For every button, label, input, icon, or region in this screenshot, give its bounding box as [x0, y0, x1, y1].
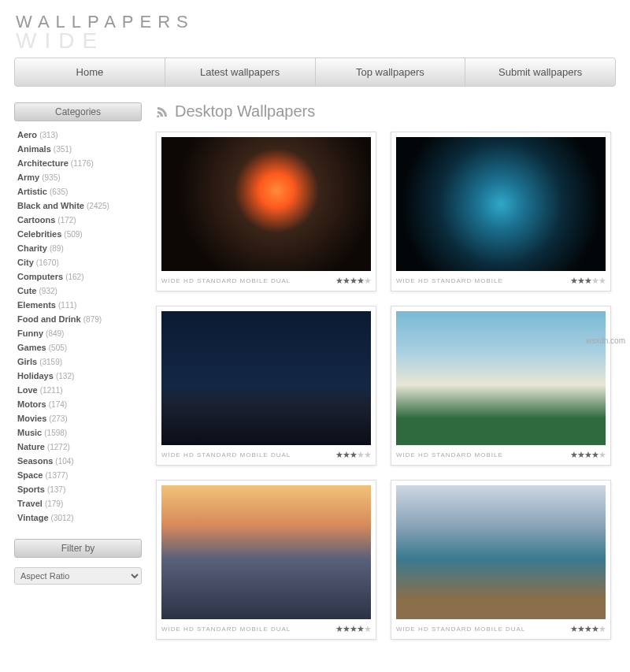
- category-item[interactable]: Love (1211): [17, 383, 139, 397]
- category-item[interactable]: Games (505): [17, 340, 139, 355]
- wallpaper-card[interactable]: WIDE HD STANDARD MOBILE★★★★★: [391, 306, 611, 466]
- category-count: (111): [58, 301, 76, 310]
- category-count: (162): [65, 273, 83, 281]
- category-name: Army: [17, 173, 39, 182]
- category-name: City: [17, 258, 34, 267]
- logo-bottom: WIDE: [16, 32, 614, 50]
- category-name: Animals: [17, 144, 51, 154]
- category-item[interactable]: Nature (1272): [17, 440, 139, 454]
- format-list: WIDE HD STANDARD MOBILE DUAL: [161, 451, 291, 459]
- category-item[interactable]: Space (1377): [17, 468, 139, 482]
- wallpaper-card[interactable]: WIDE HD STANDARD MOBILE DUAL★★★★★: [391, 480, 611, 640]
- category-item[interactable]: Cartoons (172): [17, 213, 139, 227]
- main-nav: Home Latest wallpapers Top wallpapers Su…: [14, 58, 616, 87]
- wallpaper-card[interactable]: WIDE HD STANDARD MOBILE★★★★★: [391, 132, 611, 291]
- category-item[interactable]: Music (1598): [17, 425, 139, 440]
- category-count: (635): [50, 187, 68, 196]
- category-name: Cute: [17, 286, 36, 295]
- wallpaper-thumbnail[interactable]: [396, 311, 606, 445]
- category-item[interactable]: Artistic (635): [17, 184, 139, 199]
- category-count: (509): [64, 230, 82, 239]
- category-item[interactable]: Charity (89): [17, 241, 139, 255]
- category-count: (849): [46, 329, 64, 338]
- category-name: Funny: [17, 329, 43, 338]
- rating-stars[interactable]: ★★★★★: [335, 624, 371, 634]
- category-count: (1377): [45, 471, 68, 480]
- format-list: WIDE HD STANDARD MOBILE DUAL: [161, 277, 291, 284]
- category-name: Motors: [17, 399, 46, 409]
- category-count: (1670): [36, 258, 59, 267]
- category-count: (879): [83, 315, 102, 324]
- category-count: (1598): [44, 429, 67, 437]
- rating-stars[interactable]: ★★★★★: [335, 276, 371, 286]
- category-list: Aero (313)Animals (351)Architecture (117…: [14, 128, 142, 525]
- category-item[interactable]: Girls (3159): [17, 355, 139, 369]
- nav-top[interactable]: Top wallpapers: [316, 58, 466, 86]
- rss-icon[interactable]: [156, 106, 169, 118]
- wallpaper-thumbnail[interactable]: [161, 485, 371, 619]
- category-count: (2425): [87, 202, 109, 210]
- category-count: (172): [57, 216, 76, 225]
- category-item[interactable]: Seasons (104): [17, 454, 139, 468]
- category-item[interactable]: Food and Drink (879): [17, 312, 139, 326]
- category-count: (932): [39, 287, 57, 295]
- category-item[interactable]: Funny (849): [17, 326, 139, 340]
- categories-heading: Categories: [14, 102, 142, 121]
- nav-latest[interactable]: Latest wallpapers: [165, 58, 316, 86]
- category-name: Cartoons: [17, 215, 55, 225]
- rating-stars[interactable]: ★★★★★: [570, 450, 606, 460]
- category-item[interactable]: Movies (273): [17, 411, 139, 425]
- category-item[interactable]: Vintage (3012): [17, 510, 139, 525]
- format-list: WIDE HD STANDARD MOBILE DUAL: [161, 626, 291, 633]
- wallpaper-card[interactable]: WIDE HD STANDARD MOBILE DUAL★★★★★: [156, 306, 376, 466]
- wallpaper-thumbnail[interactable]: [161, 137, 371, 271]
- logo-top: WALLPAPERS: [16, 12, 614, 32]
- format-list: WIDE HD STANDARD MOBILE: [396, 451, 503, 459]
- category-name: Sports: [17, 485, 45, 494]
- rating-stars[interactable]: ★★★★★: [570, 624, 606, 634]
- category-item[interactable]: Architecture (1176): [17, 156, 139, 170]
- category-count: (174): [49, 400, 67, 409]
- category-name: Artistic: [17, 187, 47, 196]
- rating-stars[interactable]: ★★★★★: [335, 450, 371, 460]
- category-name: Black and White: [17, 201, 84, 210]
- category-count: (89): [50, 244, 64, 253]
- category-item[interactable]: Motors (174): [17, 397, 139, 411]
- nav-home[interactable]: Home: [15, 58, 165, 86]
- wallpaper-card[interactable]: WIDE HD STANDARD MOBILE DUAL★★★★★: [156, 480, 376, 640]
- category-name: Food and Drink: [17, 314, 81, 324]
- category-item[interactable]: Celebrities (509): [17, 227, 139, 241]
- category-name: Charity: [17, 243, 47, 253]
- watermark: wsxdn.com: [586, 336, 625, 345]
- category-name: Space: [17, 470, 43, 480]
- category-item[interactable]: Computers (162): [17, 269, 139, 284]
- category-item[interactable]: Army (935): [17, 170, 139, 184]
- category-item[interactable]: City (1670): [17, 255, 139, 269]
- nav-submit[interactable]: Submit wallpapers: [465, 58, 615, 86]
- category-count: (351): [54, 145, 72, 154]
- category-item[interactable]: Elements (111): [17, 298, 139, 312]
- wallpaper-thumbnail[interactable]: [161, 311, 371, 445]
- category-name: Holidays: [17, 371, 54, 381]
- category-item[interactable]: Holidays (132): [17, 369, 139, 383]
- category-item[interactable]: Aero (313): [17, 128, 139, 142]
- category-name: Seasons: [17, 456, 53, 466]
- wallpaper-thumbnail[interactable]: [396, 485, 606, 619]
- content-area: Desktop Wallpapers WIDE HD STANDARD MOBI…: [156, 102, 616, 640]
- category-count: (935): [42, 173, 60, 182]
- wallpaper-thumbnail[interactable]: [396, 137, 606, 271]
- category-item[interactable]: Travel (179): [17, 496, 139, 510]
- category-item[interactable]: Cute (932): [17, 284, 139, 298]
- category-item[interactable]: Black and White (2425): [17, 199, 139, 213]
- rating-stars[interactable]: ★★★★★: [570, 276, 606, 286]
- category-name: Architecture: [17, 158, 69, 168]
- category-name: Celebrities: [17, 229, 61, 239]
- category-name: Music: [17, 428, 42, 437]
- aspect-ratio-select[interactable]: Aspect Ratio: [14, 567, 142, 585]
- category-name: Games: [17, 343, 46, 352]
- wallpaper-card[interactable]: WIDE HD STANDARD MOBILE DUAL★★★★★: [156, 132, 376, 291]
- category-name: Computers: [17, 272, 63, 281]
- category-item[interactable]: Sports (137): [17, 482, 139, 496]
- category-count: (137): [47, 485, 65, 494]
- category-item[interactable]: Animals (351): [17, 142, 139, 156]
